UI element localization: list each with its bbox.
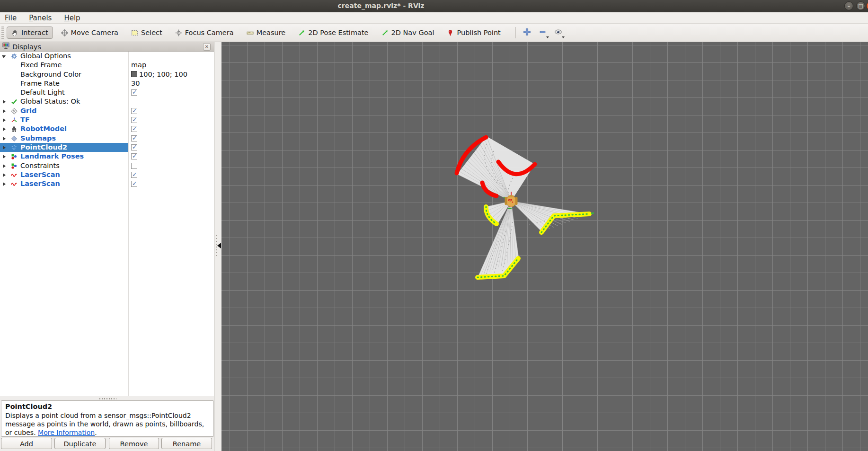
focus-crosshair-icon [175, 29, 182, 36]
panel-title: Displays [12, 43, 41, 51]
chevron-down-icon [562, 36, 565, 38]
expander-icon[interactable] [3, 146, 6, 150]
add-tool-button[interactable] [521, 26, 534, 39]
laserscan-icon [11, 181, 18, 187]
more-information-link[interactable]: More Information [38, 429, 95, 436]
pointcloud2-checkbox[interactable] [131, 144, 137, 150]
measure-tool-button[interactable]: Measure [242, 27, 291, 39]
collapse-panel-arrow-icon[interactable] [217, 243, 221, 248]
tf-checkbox[interactable] [131, 117, 137, 123]
remove-tool-button[interactable] [536, 26, 549, 39]
row-landmark-poses[interactable]: Landmark Poses [0, 152, 214, 161]
tf-axes-icon [11, 117, 18, 124]
fixed-frame-value[interactable]: map [131, 61, 146, 69]
default-light-checkbox[interactable] [131, 89, 137, 96]
window-title: create_map.rviz* - RViz [142, 2, 620, 9]
landmark-poses-checkbox[interactable] [131, 153, 137, 159]
tool-properties-button[interactable] [552, 26, 565, 39]
selection-box-icon [131, 29, 138, 36]
maximize-button[interactable]: □ [856, 1, 865, 10]
laserscan-1-checkbox[interactable] [131, 172, 137, 178]
frame-rate-value[interactable]: 30 [131, 80, 140, 87]
expander-icon[interactable] [2, 55, 6, 58]
row-pointcloud2[interactable]: PointCloud2 [0, 143, 214, 152]
displays-panel: Displays ✕ Global Options Fixed Frame ma… [0, 42, 214, 451]
expander-icon[interactable] [3, 164, 6, 168]
row-submaps[interactable]: Submaps [0, 134, 214, 143]
rviz-window: create_map.rviz* - RViz – □ File Panels … [0, 0, 868, 451]
menu-help[interactable]: Help [64, 14, 80, 22]
green-arrow-icon [381, 29, 389, 36]
laserscan-icon [11, 172, 18, 178]
expander-icon[interactable] [3, 109, 6, 113]
plus-icon [523, 28, 531, 37]
hand-icon [11, 29, 18, 36]
expander-icon[interactable] [3, 100, 6, 104]
row-frame-rate[interactable]: Frame Rate 30 [0, 79, 214, 88]
laserscan-2-checkbox[interactable] [131, 181, 137, 187]
map-pin-icon [447, 29, 454, 36]
landmark-spheres-icon [11, 153, 18, 160]
row-global-status[interactable]: Global Status: Ok [0, 97, 214, 106]
menu-file[interactable]: File [5, 14, 17, 22]
publish-point-tool-button[interactable]: Publish Point [442, 27, 505, 39]
panel-view-splitter[interactable] [214, 42, 221, 451]
row-fixed-frame[interactable]: Fixed Frame map [0, 61, 214, 70]
description-body: Displays a point cloud from a sensor_msg… [5, 412, 204, 436]
grid-icon [11, 108, 18, 115]
menu-panels[interactable]: Panels [29, 14, 52, 22]
tree-column-separator [128, 52, 129, 396]
row-robotmodel[interactable]: RobotModel [0, 124, 214, 133]
select-tool-button[interactable]: Select [126, 27, 167, 39]
minus-icon [539, 28, 547, 37]
landmark-spheres-icon [11, 163, 18, 169]
expander-icon[interactable] [3, 155, 6, 159]
focus-camera-tool-button[interactable]: Focus Camera [170, 27, 239, 39]
toolbar-grip[interactable] [1, 27, 4, 39]
eye-icon [554, 28, 562, 37]
interact-tool-button[interactable]: Interact [7, 27, 53, 39]
duplicate-button[interactable]: Duplicate [54, 438, 106, 449]
expander-icon[interactable] [3, 137, 6, 141]
row-global-options[interactable]: Global Options [0, 52, 214, 61]
background-color-value[interactable]: 100; 100; 100 [131, 71, 187, 78]
remove-button[interactable]: Remove [109, 438, 159, 449]
nav-goal-tool-button[interactable]: 2D Nav Goal [377, 27, 439, 39]
grid-checkbox[interactable] [131, 108, 137, 114]
displays-panel-header[interactable]: Displays ✕ [0, 42, 214, 52]
row-grid[interactable]: Grid [0, 106, 214, 115]
rename-button[interactable]: Rename [161, 438, 212, 449]
submaps-checkbox[interactable] [131, 135, 137, 141]
toolbar: Interact Move Camera Select Focus Camera… [0, 24, 868, 42]
row-background-color[interactable]: Background Color 100; 100; 100 [0, 70, 214, 79]
minimize-button[interactable]: – [844, 1, 853, 10]
expander-icon[interactable] [3, 118, 6, 122]
toolbar-separator [515, 27, 516, 38]
submaps-diamond-icon [11, 135, 18, 142]
constraints-checkbox[interactable] [131, 163, 137, 169]
row-constraints[interactable]: Constraints [0, 161, 214, 170]
close-button[interactable] [866, 1, 868, 10]
panel-close-button[interactable]: ✕ [203, 43, 211, 51]
pointcloud-dots-icon [11, 144, 18, 151]
robotmodel-checkbox[interactable] [131, 126, 137, 132]
move-camera-tool-button[interactable]: Move Camera [56, 27, 123, 39]
chevron-down-icon [546, 36, 549, 38]
row-laserscan-2[interactable]: LaserScan [0, 179, 214, 188]
expander-icon[interactable] [3, 182, 6, 186]
row-laserscan-1[interactable]: LaserScan [0, 170, 214, 179]
3d-viewport[interactable] [221, 42, 868, 451]
row-tf[interactable]: TF [0, 115, 214, 124]
add-button[interactable]: Add [1, 438, 52, 449]
menubar: File Panels Help [0, 12, 868, 24]
expander-icon[interactable] [3, 127, 6, 131]
expander-icon[interactable] [3, 173, 6, 177]
titlebar[interactable]: create_map.rviz* - RViz – □ [0, 0, 868, 12]
move-arrows-icon [61, 29, 68, 36]
ruler-icon [247, 29, 254, 36]
robot-icon [11, 126, 18, 133]
row-default-light[interactable]: Default Light [0, 88, 214, 97]
pose-estimate-tool-button[interactable]: 2D Pose Estimate [293, 27, 373, 39]
description-title: PointCloud2 [5, 402, 210, 411]
slam-scene [221, 42, 868, 451]
